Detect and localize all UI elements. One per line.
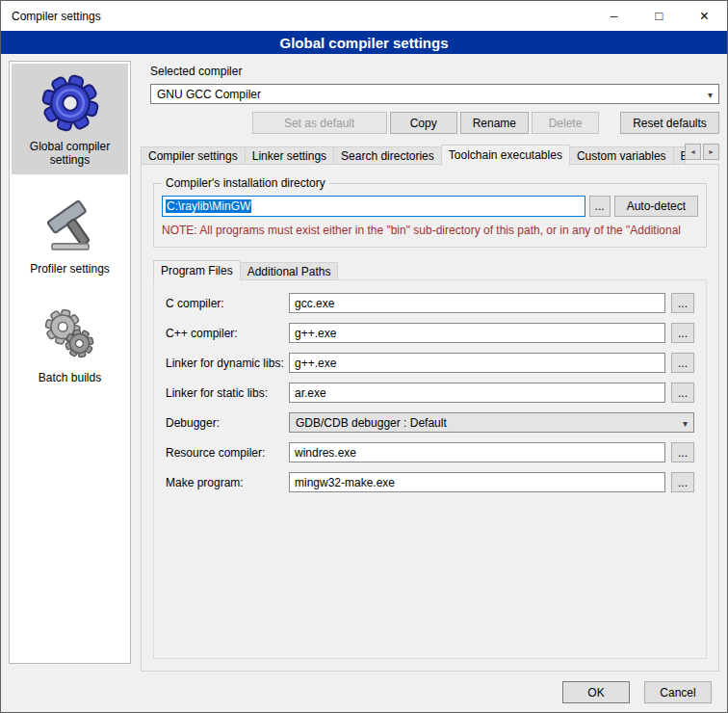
resource-compiler-input[interactable]: [289, 442, 665, 462]
browse-button[interactable]: ...: [671, 323, 694, 343]
gray-gears-icon: [40, 304, 100, 364]
cpp-compiler-input[interactable]: [289, 323, 665, 343]
arrow-left-icon: ◄: [689, 148, 696, 155]
dynamic-linker-row: Linker for dynamic libs: ...: [166, 353, 694, 373]
program-tab-bar: Program Files Additional Paths: [153, 259, 707, 280]
hammer-icon: [40, 196, 100, 255]
delete-button[interactable]: Delete: [532, 112, 599, 134]
sidebar-item-batch-builds[interactable]: Batch builds: [12, 295, 128, 392]
installation-directory-input[interactable]: C:\raylib\MinGW: [162, 196, 585, 217]
resource-compiler-row: Resource compiler: ...: [166, 442, 694, 462]
selected-compiler-label: Selected compiler: [150, 65, 719, 78]
tab-additional-paths[interactable]: Additional Paths: [240, 262, 339, 280]
toolchain-executables-panel: Compiler's installation directory C:\ray…: [141, 164, 719, 672]
settings-sidebar: Global compiler settings Profiler settin…: [9, 61, 131, 664]
dynamic-linker-input[interactable]: [289, 353, 665, 373]
tab-toolchain-executables[interactable]: Toolchain executables: [441, 145, 570, 166]
auto-detect-button[interactable]: Auto-detect: [614, 196, 698, 217]
blue-gear-icon: [40, 73, 100, 133]
cpp-compiler-label: C++ compiler:: [166, 327, 283, 340]
dynamic-linker-label: Linker for dynamic libs:: [166, 356, 283, 370]
copy-button[interactable]: Copy: [390, 112, 457, 134]
reset-defaults-button[interactable]: Reset defaults: [620, 112, 719, 134]
browse-button[interactable]: ...: [671, 472, 694, 492]
tab-scroll-right-button[interactable]: ►: [703, 144, 719, 160]
cancel-button[interactable]: Cancel: [644, 681, 712, 703]
browse-button[interactable]: ...: [671, 293, 694, 313]
sidebar-item-profiler-settings[interactable]: Profiler settings: [12, 186, 128, 283]
arrow-right-icon: ►: [708, 148, 715, 155]
browse-directory-button[interactable]: ...: [589, 196, 611, 217]
installation-directory-row: C:\raylib\MinGW ... Auto-detect: [162, 196, 698, 217]
tab-custom-variables[interactable]: Custom variables: [569, 146, 674, 165]
tab-search-directories[interactable]: Search directories: [333, 146, 442, 165]
tab-compiler-settings[interactable]: Compiler settings: [141, 146, 246, 165]
tab-linker-settings[interactable]: Linker settings: [245, 146, 334, 165]
set-as-default-button[interactable]: Set as default: [252, 112, 387, 134]
sidebar-item-label: Batch builds: [39, 371, 101, 384]
minimize-button[interactable]: ─: [591, 1, 637, 31]
selected-compiler-select[interactable]: GNU GCC Compiler ▾: [150, 84, 719, 104]
static-linker-label: Linker for static libs:: [166, 386, 283, 400]
static-linker-row: Linker for static libs: ...: [166, 383, 694, 403]
sidebar-item-label: Profiler settings: [30, 262, 110, 276]
debugger-row: Debugger: GDB/CDB debugger : Default ▾: [166, 412, 694, 433]
chevron-down-icon: ▾: [708, 89, 713, 99]
titlebar: Compiler settings ─ □ ×: [1, 1, 727, 31]
installation-directory-group: Compiler's installation directory C:\ray…: [153, 176, 707, 248]
titlebar-buttons: ─ □ ×: [591, 1, 727, 31]
resource-compiler-label: Resource compiler:: [166, 446, 283, 460]
c-compiler-label: C compiler:: [166, 297, 283, 310]
browse-button[interactable]: ...: [671, 442, 694, 462]
window-title: Compiler settings: [1, 10, 101, 23]
bin-subdirectory-note: NOTE: All programs must exist either in …: [162, 224, 698, 237]
static-linker-input[interactable]: [289, 383, 665, 403]
close-button[interactable]: ×: [682, 1, 727, 31]
debugger-label: Debugger:: [166, 416, 283, 430]
selected-path-text: C:\raylib\MinGW: [166, 199, 251, 213]
maximize-icon: □: [656, 9, 663, 23]
tab-scroll-left-button[interactable]: ◄: [685, 144, 701, 160]
close-icon: ×: [700, 8, 709, 25]
settings-tab-bar: Compiler settings Linker settings Search…: [141, 144, 719, 165]
minimize-icon: ─: [611, 11, 618, 22]
selected-compiler-value: GNU GCC Compiler: [157, 88, 261, 101]
installation-directory-title: Compiler's installation directory: [162, 176, 329, 190]
ok-button[interactable]: OK: [562, 681, 630, 703]
chevron-down-icon: ▾: [683, 417, 688, 428]
debugger-select[interactable]: GDB/CDB debugger : Default ▾: [289, 412, 694, 433]
make-program-label: Make program:: [166, 476, 283, 489]
program-files-panel: C compiler: ... C++ compiler: ... Linker…: [153, 279, 707, 659]
page-title: Global compiler settings: [1, 31, 727, 54]
tab-build-options[interactable]: Build options: [673, 146, 686, 165]
main-panel: Selected compiler GNU GCC Compiler ▾ Set…: [141, 61, 719, 672]
make-program-input[interactable]: [289, 472, 665, 492]
c-compiler-row: C compiler: ...: [166, 293, 694, 313]
sidebar-item-label: Global compiler settings: [15, 140, 124, 167]
browse-button[interactable]: ...: [671, 383, 694, 403]
debugger-value: GDB/CDB debugger : Default: [296, 416, 447, 430]
browse-button[interactable]: ...: [671, 353, 694, 373]
tab-scroll-buttons: ◄ ►: [685, 144, 719, 160]
maximize-button[interactable]: □: [637, 1, 682, 31]
tab-program-files[interactable]: Program Files: [153, 260, 241, 281]
make-program-row: Make program: ...: [166, 472, 694, 492]
compiler-actions: Set as default Copy Rename Delete Reset …: [141, 112, 719, 134]
cpp-compiler-row: C++ compiler: ...: [166, 323, 694, 343]
c-compiler-input[interactable]: [289, 293, 665, 313]
dialog-footer: OK Cancel: [562, 681, 712, 703]
sidebar-item-global-compiler-settings[interactable]: Global compiler settings: [12, 64, 128, 174]
compiler-settings-window: Compiler settings ─ □ × Global compiler …: [0, 0, 728, 713]
rename-button[interactable]: Rename: [460, 112, 529, 134]
